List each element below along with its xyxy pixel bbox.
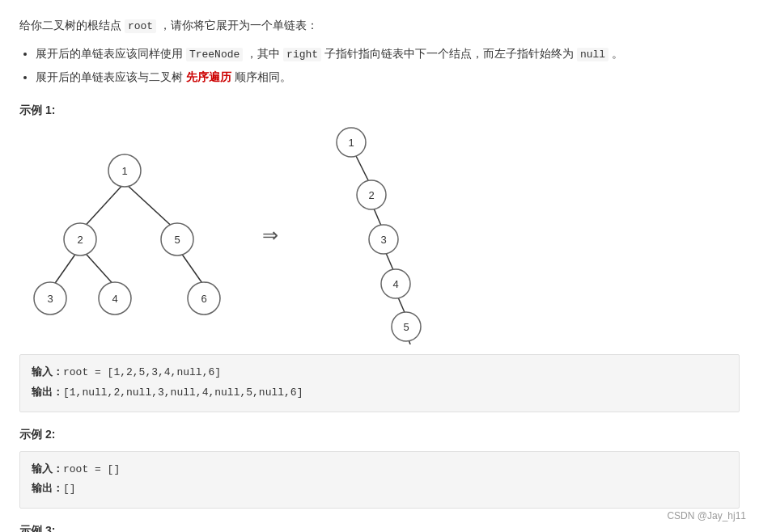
example2-code-block: 输入：root = [] 输出：[] bbox=[19, 451, 740, 509]
example1-title: 示例 1: bbox=[19, 101, 740, 120]
svg-text:6: 6 bbox=[201, 293, 206, 305]
example2-output-label: 输出： bbox=[32, 483, 63, 495]
example1-code-block: 输入：root = [1,2,5,3,4,null,6] 输出：[1,null,… bbox=[19, 354, 740, 412]
svg-text:2: 2 bbox=[77, 234, 83, 246]
bullet-list: 展开后的单链表应该同样使用 TreeNode ，其中 right 子指针指向链表… bbox=[36, 44, 740, 88]
svg-text:1: 1 bbox=[348, 137, 354, 149]
example1-output-label: 输出： bbox=[32, 386, 63, 399]
svg-line-1 bbox=[125, 183, 177, 231]
watermark: CSDN @Jay_hj11 bbox=[667, 508, 746, 524]
example2-input-value: root = [] bbox=[63, 463, 120, 475]
svg-text:3: 3 bbox=[380, 234, 386, 246]
right-tree-svg: 1 2 3 4 5 6 bbox=[311, 126, 440, 344]
arrow-symbol: ⇒ bbox=[262, 219, 278, 252]
treenode-code: TreeNode bbox=[186, 48, 243, 61]
example2-title: 示例 2: bbox=[19, 425, 740, 445]
example2-input-label: 输入： bbox=[32, 463, 63, 475]
diagram-area: 1 2 5 3 4 6 ⇒ 1 2 3 bbox=[19, 126, 740, 344]
intro-text: 给你二叉树的根结点 root ，请你将它展开为一个单链表： bbox=[19, 16, 740, 36]
example1-input-label: 输入： bbox=[32, 366, 63, 378]
left-tree-svg: 1 2 5 3 4 6 bbox=[19, 146, 230, 324]
svg-text:4: 4 bbox=[392, 278, 398, 290]
svg-text:3: 3 bbox=[47, 293, 53, 305]
right-code: right bbox=[283, 48, 321, 61]
bullet-item-2: 展开后的单链表应该与二叉树 先序遍历 顺序相同。 bbox=[36, 67, 740, 87]
example1-input-value: root = [1,2,5,3,4,null,6] bbox=[63, 366, 221, 378]
example2-output-value: [] bbox=[63, 483, 76, 495]
root-code: root bbox=[125, 19, 156, 33]
example3-title: 示例 3: bbox=[19, 521, 740, 532]
example1-output-value: [1,null,2,null,3,null,4,null,5,null,6] bbox=[63, 386, 303, 399]
null-code: null bbox=[577, 48, 608, 61]
svg-text:2: 2 bbox=[368, 189, 374, 201]
svg-text:1: 1 bbox=[121, 165, 127, 177]
svg-text:4: 4 bbox=[112, 293, 117, 305]
svg-text:5: 5 bbox=[403, 321, 409, 333]
svg-text:5: 5 bbox=[174, 234, 180, 246]
preorder-link[interactable]: 先序遍历 bbox=[186, 70, 231, 83]
bullet-item-1: 展开后的单链表应该同样使用 TreeNode ，其中 right 子指针指向链表… bbox=[36, 44, 740, 64]
